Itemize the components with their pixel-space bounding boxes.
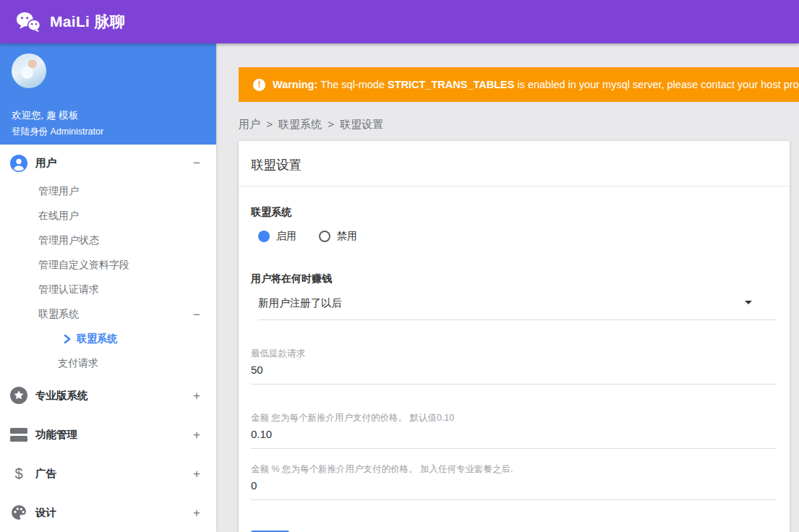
sidebar-item-users[interactable]: 用户 − <box>0 147 216 179</box>
sidebar-item-label: 管理用户状态 <box>38 234 99 247</box>
earn-timing-label: 用户将在何时赚钱 <box>251 273 776 286</box>
referral-percent-label: 金额 % 您为每个新推介用户支付的价格。 加入任何专业套餐之后. <box>251 463 776 476</box>
top-app-bar: MaiLi 脉聊 <box>0 0 799 43</box>
breadcrumb: 用户 > 联盟系统 > 联盟设置 <box>239 118 799 132</box>
card-title: 联盟设置 <box>239 141 790 186</box>
warning-highlight: STRICT_TRANS_TABLES <box>388 79 514 90</box>
sidebar-item-label: 联盟系统 <box>38 308 79 321</box>
sidebar: 欢迎您, 趣 模板 登陆身份 Administrator 用户 − 管理用户 在… <box>0 43 216 532</box>
warning-banner: ! Warning: The sql-mode STRICT_TRANS_TAB… <box>239 67 799 102</box>
affiliate-system-label: 联盟系统 <box>251 206 776 219</box>
user-icon <box>10 155 27 172</box>
earn-timing-value: 新用户注册了以后 <box>258 297 342 309</box>
sidebar-item-label: 功能管理 <box>35 428 77 442</box>
app-title: MaiLi 脉聊 <box>50 12 125 32</box>
star-icon <box>10 387 27 404</box>
expand-icon[interactable]: + <box>193 468 200 480</box>
min-withdrawal-label: 最低提款请求 <box>251 348 776 360</box>
avatar <box>12 53 46 88</box>
sidebar-item-ads[interactable]: $ 广告 + <box>0 454 216 493</box>
sidebar-item-label: 管理认证请求 <box>38 283 99 296</box>
radio-option-enable[interactable]: 启用 <box>258 230 296 243</box>
affiliate-system-radio-group: 启用 禁用 <box>258 230 776 243</box>
breadcrumb-item-affiliate-system[interactable]: 联盟系统 <box>278 118 322 130</box>
expand-icon[interactable]: + <box>193 390 200 402</box>
wechat-logo-icon <box>16 12 40 33</box>
sidebar-item-design[interactable]: 设计 + <box>0 493 216 532</box>
sidebar-item-affiliate-system[interactable]: 联盟系统 − <box>0 302 216 327</box>
sidebar-item-label: 专业版系统 <box>35 389 88 403</box>
affiliate-settings-card: 联盟设置 联盟系统 启用 禁用 用户将在何时赚钱 新用户注册了以后 <box>239 141 790 532</box>
warning-text: The sql-mode <box>320 79 385 90</box>
radio-label: 启用 <box>276 230 296 243</box>
bars-icon <box>10 426 27 443</box>
referral-percent-field: 金额 % 您为每个新推介用户支付的价格。 加入任何专业套餐之后. 0 <box>251 463 776 500</box>
sidebar-item-label: 广告 <box>35 467 56 481</box>
profile-panel: 欢迎您, 趣 模板 登陆身份 Administrator <box>0 43 216 145</box>
sidebar-item-label: 管理自定义资料字段 <box>38 259 129 272</box>
radio-option-disable[interactable]: 禁用 <box>319 230 357 243</box>
collapse-icon[interactable]: − <box>193 309 200 321</box>
sidebar-item-manage-user-status[interactable]: 管理用户状态 <box>0 228 216 253</box>
min-withdrawal-input[interactable]: 50 <box>251 364 776 385</box>
dropdown-caret-icon <box>745 301 752 304</box>
warning-icon: ! <box>253 79 265 91</box>
radio-unselected-icon[interactable] <box>319 231 330 242</box>
sidebar-item-feature-manage[interactable]: 功能管理 + <box>0 415 216 454</box>
sidebar-item-pro-system[interactable]: 专业版系统 + <box>0 376 216 415</box>
welcome-text: 欢迎您, 趣 模板 <box>12 109 205 122</box>
expand-icon[interactable]: + <box>193 429 200 441</box>
warning-label: Warning: <box>273 79 317 90</box>
breadcrumb-separator: > <box>328 118 334 130</box>
sidebar-item-label: 用户 <box>35 156 56 170</box>
sidebar-item-label: 设计 <box>35 506 56 520</box>
login-role-text: 登陆身份 Administrator <box>12 126 205 138</box>
sidebar-item-label: 联盟系统 <box>77 332 117 346</box>
referral-amount-input[interactable]: 0.10 <box>251 428 776 449</box>
sidebar-menu: 用户 − 管理用户 在线用户 管理用户状态 管理自定义资料字段 管理认证请求 联… <box>0 145 216 532</box>
breadcrumb-separator: > <box>266 118 273 130</box>
main-content: ! Warning: The sql-mode STRICT_TRANS_TAB… <box>216 43 799 532</box>
referral-amount-field: 金额 您为每个新推介用户支付的价格。 默认值0.10 0.10 <box>251 412 776 449</box>
dollar-icon: $ <box>10 465 27 482</box>
radio-label: 禁用 <box>337 230 357 243</box>
sidebar-item-manage-custom-fields[interactable]: 管理自定义资料字段 <box>0 253 216 278</box>
breadcrumb-item-users[interactable]: 用户 <box>239 118 260 130</box>
sidebar-item-manage-users[interactable]: 管理用户 <box>0 179 216 204</box>
collapse-icon[interactable]: − <box>193 157 200 169</box>
expand-icon[interactable]: + <box>193 507 200 519</box>
referral-percent-input[interactable]: 0 <box>251 479 776 500</box>
breadcrumb-item-affiliate-settings: 联盟设置 <box>340 118 383 130</box>
min-withdrawal-field: 最低提款请求 50 <box>251 348 776 385</box>
referral-amount-label: 金额 您为每个新推介用户支付的价格。 默认值0.10 <box>251 412 776 424</box>
sidebar-item-online-users[interactable]: 在线用户 <box>0 204 216 228</box>
earn-timing-select[interactable]: 新用户注册了以后 <box>258 296 776 320</box>
sidebar-item-payment-requests[interactable]: 支付请求 <box>0 351 216 376</box>
palette-icon <box>10 504 27 521</box>
sidebar-item-label: 支付请求 <box>58 357 98 370</box>
warning-text: is enabled in your mysql server, please … <box>517 79 799 90</box>
sidebar-item-label: 管理用户 <box>38 185 79 198</box>
sidebar-item-label: 在线用户 <box>38 210 79 223</box>
sidebar-item-affiliate-system-active[interactable]: 联盟系统 <box>0 327 216 351</box>
sidebar-item-manage-verify-requests[interactable]: 管理认证请求 <box>0 278 216 302</box>
chevron-right-icon <box>64 335 71 343</box>
radio-selected-icon[interactable] <box>258 231 270 242</box>
